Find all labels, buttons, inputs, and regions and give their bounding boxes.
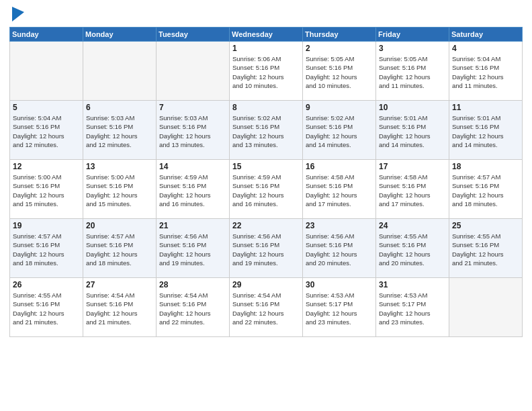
day-number: 22 — [232, 221, 300, 230]
calendar-cell: 11Sunrise: 5:01 AM Sunset: 5:16 PM Dayli… — [449, 101, 523, 160]
day-info: Sunrise: 4:55 AM Sunset: 5:16 PM Dayligh… — [13, 291, 80, 326]
day-info: Sunrise: 4:55 AM Sunset: 5:16 PM Dayligh… — [452, 232, 519, 267]
calendar-cell: 4Sunrise: 5:04 AM Sunset: 5:16 PM Daylig… — [449, 42, 523, 101]
day-number: 29 — [232, 280, 300, 289]
logo-text — [9, 7, 24, 21]
day-info: Sunrise: 4:59 AM Sunset: 5:16 PM Dayligh… — [232, 173, 300, 208]
day-info: Sunrise: 4:56 AM Sunset: 5:16 PM Dayligh… — [306, 232, 373, 267]
calendar-cell: 21Sunrise: 4:56 AM Sunset: 5:16 PM Dayli… — [157, 219, 230, 278]
day-info: Sunrise: 5:04 AM Sunset: 5:16 PM Dayligh… — [452, 54, 519, 90]
day-info: Sunrise: 4:54 AM Sunset: 5:16 PM Dayligh… — [232, 291, 300, 326]
day-info: Sunrise: 5:01 AM Sunset: 5:16 PM Dayligh… — [452, 113, 519, 149]
day-info: Sunrise: 4:56 AM Sunset: 5:16 PM Dayligh… — [232, 232, 300, 267]
day-number: 15 — [232, 162, 300, 171]
day-number: 6 — [86, 103, 153, 112]
calendar: SundayMondayTuesdayWednesdayThursdayFrid… — [9, 27, 523, 337]
day-number: 1 — [232, 44, 300, 53]
svg-marker-0 — [12, 7, 24, 21]
calendar-cell: 13Sunrise: 5:00 AM Sunset: 5:16 PM Dayli… — [83, 160, 157, 219]
day-number: 23 — [306, 221, 373, 230]
calendar-cell: 30Sunrise: 4:53 AM Sunset: 5:17 PM Dayli… — [303, 278, 376, 337]
calendar-cell: 17Sunrise: 4:58 AM Sunset: 5:16 PM Dayli… — [376, 160, 449, 219]
header — [9, 7, 523, 21]
day-header-friday: Friday — [376, 28, 449, 42]
calendar-cell — [157, 42, 230, 101]
day-header-tuesday: Tuesday — [157, 28, 230, 42]
calendar-cell: 29Sunrise: 4:54 AM Sunset: 5:16 PM Dayli… — [230, 278, 303, 337]
day-info: Sunrise: 5:01 AM Sunset: 5:16 PM Dayligh… — [379, 113, 446, 149]
day-number: 20 — [86, 221, 153, 230]
day-info: Sunrise: 5:03 AM Sunset: 5:16 PM Dayligh… — [159, 113, 226, 149]
calendar-cell — [449, 278, 523, 337]
day-number: 12 — [13, 162, 80, 171]
day-number: 30 — [306, 280, 373, 289]
calendar-cell: 9Sunrise: 5:02 AM Sunset: 5:16 PM Daylig… — [303, 101, 376, 160]
day-number: 2 — [306, 44, 373, 53]
day-header-sunday: Sunday — [10, 28, 83, 42]
day-info: Sunrise: 4:57 AM Sunset: 5:16 PM Dayligh… — [86, 232, 153, 267]
day-number: 31 — [379, 280, 446, 289]
calendar-cell: 12Sunrise: 5:00 AM Sunset: 5:16 PM Dayli… — [10, 160, 83, 219]
calendar-cell: 16Sunrise: 4:58 AM Sunset: 5:16 PM Dayli… — [303, 160, 376, 219]
logo — [9, 7, 24, 21]
day-number: 18 — [452, 162, 519, 171]
calendar-cell: 26Sunrise: 4:55 AM Sunset: 5:16 PM Dayli… — [10, 278, 83, 337]
calendar-cell: 8Sunrise: 5:02 AM Sunset: 5:16 PM Daylig… — [230, 101, 303, 160]
day-number: 5 — [13, 103, 80, 112]
day-info: Sunrise: 4:55 AM Sunset: 5:16 PM Dayligh… — [379, 232, 446, 267]
day-number: 4 — [452, 44, 519, 53]
day-number: 27 — [86, 280, 153, 289]
day-info: Sunrise: 5:00 AM Sunset: 5:16 PM Dayligh… — [13, 173, 80, 208]
page: SundayMondayTuesdayWednesdayThursdayFrid… — [0, 0, 532, 411]
day-info: Sunrise: 5:05 AM Sunset: 5:16 PM Dayligh… — [379, 54, 446, 90]
calendar-cell: 7Sunrise: 5:03 AM Sunset: 5:16 PM Daylig… — [157, 101, 230, 160]
day-info: Sunrise: 5:05 AM Sunset: 5:16 PM Dayligh… — [306, 54, 373, 90]
day-info: Sunrise: 4:57 AM Sunset: 5:16 PM Dayligh… — [13, 232, 80, 267]
calendar-cell: 5Sunrise: 5:04 AM Sunset: 5:16 PM Daylig… — [10, 101, 83, 160]
day-number: 24 — [379, 221, 446, 230]
day-info: Sunrise: 5:03 AM Sunset: 5:16 PM Dayligh… — [86, 113, 153, 149]
week-row-4: 26Sunrise: 4:55 AM Sunset: 5:16 PM Dayli… — [10, 278, 523, 337]
calendar-header-row: SundayMondayTuesdayWednesdayThursdayFrid… — [10, 28, 523, 42]
week-row-3: 19Sunrise: 4:57 AM Sunset: 5:16 PM Dayli… — [10, 219, 523, 278]
calendar-cell — [10, 42, 83, 101]
day-header-wednesday: Wednesday — [230, 28, 303, 42]
day-number: 21 — [159, 221, 226, 230]
logo-icon — [12, 7, 24, 21]
calendar-cell: 14Sunrise: 4:59 AM Sunset: 5:16 PM Dayli… — [157, 160, 230, 219]
calendar-cell: 22Sunrise: 4:56 AM Sunset: 5:16 PM Dayli… — [230, 219, 303, 278]
calendar-cell: 2Sunrise: 5:05 AM Sunset: 5:16 PM Daylig… — [303, 42, 376, 101]
day-number: 8 — [232, 103, 300, 112]
day-info: Sunrise: 4:53 AM Sunset: 5:17 PM Dayligh… — [379, 291, 446, 326]
week-row-0: 1Sunrise: 5:06 AM Sunset: 5:16 PM Daylig… — [10, 42, 523, 101]
calendar-cell: 28Sunrise: 4:54 AM Sunset: 5:16 PM Dayli… — [157, 278, 230, 337]
day-number: 3 — [379, 44, 446, 53]
day-info: Sunrise: 5:04 AM Sunset: 5:16 PM Dayligh… — [13, 113, 80, 149]
day-number: 17 — [379, 162, 446, 171]
day-number: 10 — [379, 103, 446, 112]
calendar-cell — [83, 42, 157, 101]
day-number: 25 — [452, 221, 519, 230]
calendar-cell: 19Sunrise: 4:57 AM Sunset: 5:16 PM Dayli… — [10, 219, 83, 278]
day-header-saturday: Saturday — [449, 28, 523, 42]
day-info: Sunrise: 5:02 AM Sunset: 5:16 PM Dayligh… — [232, 113, 300, 149]
day-number: 28 — [159, 280, 226, 289]
day-info: Sunrise: 4:53 AM Sunset: 5:17 PM Dayligh… — [306, 291, 373, 326]
day-number: 11 — [452, 103, 519, 112]
week-row-1: 5Sunrise: 5:04 AM Sunset: 5:16 PM Daylig… — [10, 101, 523, 160]
day-info: Sunrise: 4:58 AM Sunset: 5:16 PM Dayligh… — [379, 173, 446, 208]
week-row-2: 12Sunrise: 5:00 AM Sunset: 5:16 PM Dayli… — [10, 160, 523, 219]
calendar-cell: 24Sunrise: 4:55 AM Sunset: 5:16 PM Dayli… — [376, 219, 449, 278]
day-number: 26 — [13, 280, 80, 289]
day-info: Sunrise: 5:02 AM Sunset: 5:16 PM Dayligh… — [306, 113, 373, 149]
day-info: Sunrise: 5:00 AM Sunset: 5:16 PM Dayligh… — [86, 173, 153, 208]
calendar-cell: 20Sunrise: 4:57 AM Sunset: 5:16 PM Dayli… — [83, 219, 157, 278]
calendar-cell: 10Sunrise: 5:01 AM Sunset: 5:16 PM Dayli… — [376, 101, 449, 160]
calendar-cell: 6Sunrise: 5:03 AM Sunset: 5:16 PM Daylig… — [83, 101, 157, 160]
calendar-cell: 3Sunrise: 5:05 AM Sunset: 5:16 PM Daylig… — [376, 42, 449, 101]
day-number: 19 — [13, 221, 80, 230]
calendar-cell: 25Sunrise: 4:55 AM Sunset: 5:16 PM Dayli… — [449, 219, 523, 278]
calendar-cell: 18Sunrise: 4:57 AM Sunset: 5:16 PM Dayli… — [449, 160, 523, 219]
day-header-monday: Monday — [83, 28, 157, 42]
day-number: 7 — [159, 103, 226, 112]
